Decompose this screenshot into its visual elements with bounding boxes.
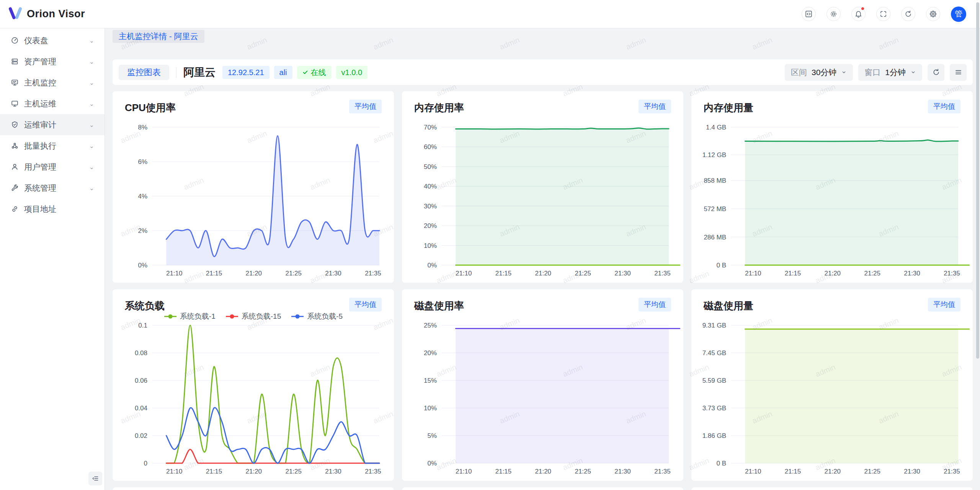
sidebar-item-project-link[interactable]: 项目地址	[0, 198, 105, 220]
sidebar-item-dashboard[interactable]: 仪表盘	[0, 30, 105, 51]
refresh-button[interactable]	[901, 7, 915, 21]
cluster-icon	[11, 142, 19, 150]
chart-layout-button[interactable]	[950, 64, 967, 81]
series-line	[166, 325, 379, 463]
y-axis-tick-label: 6%	[138, 158, 147, 166]
collapse-menu-icon	[91, 475, 99, 482]
sidebar-nav: 仪表盘资产管理主机监控主机运维运维审计批量执行用户管理系统管理项目地址	[0, 28, 105, 220]
chevron-down-icon	[89, 101, 95, 107]
chart-card-system-load: 系统负载平均值系统负载-1系统负载-15系统负载-500.020.040.060…	[113, 289, 394, 481]
x-axis-tick-label: 21:35	[944, 468, 960, 475]
wrench-icon	[11, 184, 19, 192]
y-axis-tick-label: 40%	[424, 183, 437, 190]
y-axis-tick-label: 5%	[427, 432, 437, 439]
y-axis-tick-label: 0%	[427, 262, 437, 269]
fullscreen-icon	[879, 10, 887, 18]
y-axis-tick-label: 0%	[427, 460, 437, 467]
x-axis-tick-label: 21:20	[246, 270, 262, 277]
x-axis-tick-label: 21:10	[456, 270, 472, 277]
chevron-down-icon	[89, 122, 95, 128]
settings-button[interactable]	[926, 7, 940, 21]
y-axis-tick-label: 15%	[424, 377, 437, 384]
hamburger-menu-icon	[954, 68, 962, 76]
brand[interactable]: Orion Visor	[8, 7, 85, 21]
sidebar-item-label: 主机监控	[24, 77, 89, 88]
y-axis-tick-label: 10%	[424, 405, 437, 412]
y-axis-tick-label: 0.02	[135, 432, 147, 439]
chart-plot-memory-usage-amount[interactable]: 0 B286 MB572 MB858 MB1.12 GB1.4 GB21:102…	[691, 91, 973, 283]
chart-plot-system-load[interactable]: 00.020.040.060.080.121:1021:1521:2021:25…	[113, 289, 394, 481]
theme-button[interactable]	[826, 7, 841, 21]
chart-card-disk-usage-amount: 磁盘使用量平均值0 B1.86 GB3.73 GB5.59 GB7.45 GB9…	[691, 289, 973, 481]
sidebar-item-assets[interactable]: 资产管理	[0, 51, 105, 72]
window-select[interactable]: 窗口 1分钟	[858, 64, 922, 81]
sidebar-item-label: 批量执行	[24, 141, 89, 151]
monitor-chart-icon	[11, 79, 19, 87]
y-axis-tick-label: 0	[144, 460, 147, 467]
sidebar-item-ops-audit[interactable]: 运维审计	[0, 114, 105, 135]
sidebar-item-user-mgmt[interactable]: 用户管理	[0, 156, 105, 177]
chevron-down-icon	[89, 164, 95, 170]
x-axis-tick-label: 21:10	[166, 468, 183, 475]
host-tag-text: v1.0.0	[341, 66, 362, 79]
chart-plot-cpu-usage-rate[interactable]: 0%2%4%6%8%21:1021:1521:2021:2521:3021:35	[113, 91, 394, 283]
range-select[interactable]: 区间 30分钟	[785, 64, 853, 81]
y-axis-tick-label: 0.04	[135, 405, 147, 412]
toolbar-right: 区间 30分钟 窗口 1分钟	[785, 64, 967, 81]
monitor-icon	[11, 100, 19, 108]
series-area	[745, 329, 969, 463]
chart-plot-disk-usage-rate[interactable]: 0%5%10%15%20%25%21:1021:1521:2021:2521:3…	[402, 289, 683, 481]
x-axis-tick-label: 21:20	[825, 270, 841, 277]
breadcrumb-tag[interactable]: 主机监控详情 - 阿里云	[113, 30, 204, 43]
refresh-icon	[932, 68, 940, 76]
gear-icon	[929, 10, 937, 18]
notifications-button[interactable]	[851, 7, 866, 21]
tab-monitor-charts[interactable]: 监控图表	[119, 65, 169, 80]
chevron-down-icon	[89, 39, 95, 45]
y-axis-tick-label: 1.12 GB	[702, 151, 726, 159]
fullscreen-button[interactable]	[876, 7, 890, 21]
sidebar-item-host-ops[interactable]: 主机运维	[0, 93, 105, 114]
x-axis-tick-label: 21:20	[535, 468, 552, 475]
host-tag-text: 在线	[311, 66, 326, 79]
x-axis-tick-label: 21:15	[495, 270, 512, 277]
y-axis-tick-label: 1.4 GB	[706, 124, 726, 131]
x-axis-tick-label: 21:35	[654, 270, 671, 277]
range-select-label: 区间	[791, 67, 807, 78]
chevron-down-icon	[89, 59, 95, 64]
link-icon	[11, 205, 19, 213]
x-axis-tick-label: 21:10	[456, 468, 472, 475]
chart-plot-disk-usage-amount[interactable]: 0 B1.86 GB3.73 GB5.59 GB7.45 GB9.31 GB21…	[691, 289, 973, 481]
chart-card-partial	[113, 487, 394, 490]
divider	[176, 67, 176, 78]
sidebar-item-sys-mgmt[interactable]: 系统管理	[0, 177, 105, 198]
refresh-charts-button[interactable]	[928, 64, 944, 81]
sidebar-collapse-button[interactable]	[88, 472, 102, 485]
sidebar-item-batch-exec[interactable]: 批量执行	[0, 135, 105, 156]
sidebar-item-host-monitor[interactable]: 主机监控	[0, 72, 105, 93]
chevron-down-icon	[89, 60, 95, 66]
avatar[interactable]: 管	[951, 7, 966, 22]
y-axis-tick-label: 9.31 GB	[702, 322, 726, 329]
chevron-down-icon	[910, 69, 916, 75]
x-axis-tick-label: 21:20	[825, 468, 841, 475]
y-axis-tick-label: 50%	[424, 163, 437, 170]
y-axis-tick-label: 0%	[138, 262, 147, 269]
x-axis-tick-label: 21:15	[206, 270, 222, 277]
y-axis-tick-label: 3.73 GB	[702, 405, 726, 412]
x-axis-tick-label: 21:25	[285, 468, 302, 475]
breadcrumb: 主机监控详情 - 阿里云	[113, 30, 973, 43]
chevron-down-icon	[89, 166, 95, 171]
host-tag: 12.92.5.21	[222, 66, 270, 79]
x-axis-tick-label: 21:35	[944, 270, 960, 277]
code-button[interactable]	[802, 7, 816, 21]
x-axis-tick-label: 21:25	[575, 270, 591, 277]
brand-name: Orion Visor	[27, 8, 85, 20]
chart-plot-memory-usage-rate[interactable]: 0%10%20%30%40%50%60%70%21:1021:1521:2021…	[402, 91, 683, 283]
page-scrollbar[interactable]	[976, 2, 979, 359]
host-tags: 12.92.5.21ali在线v1.0.0	[222, 66, 372, 79]
x-axis-tick-label: 21:15	[495, 468, 512, 475]
sidebar-item-label: 主机运维	[24, 98, 89, 109]
chart-card-cpu-usage-rate: CPU使用率平均值0%2%4%6%8%21:1021:1521:2021:252…	[113, 91, 394, 283]
x-axis-tick-label: 21:20	[246, 468, 262, 475]
